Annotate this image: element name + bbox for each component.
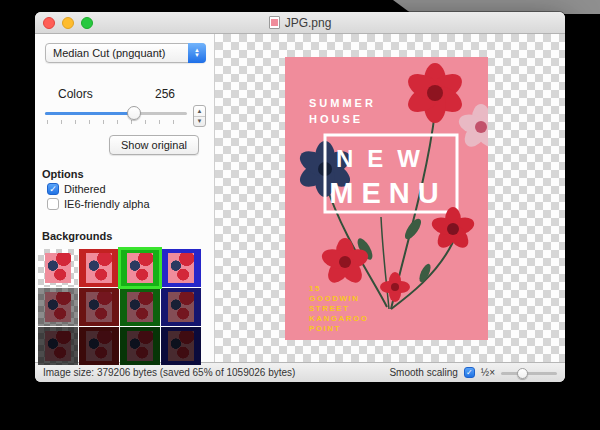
image-size-status: Image size: 379206 bytes (saved 65% of 1… (43, 367, 389, 378)
zoom-level-value: ½× (481, 367, 495, 378)
poster-address-line5: POINT (309, 324, 341, 333)
colors-slider-thumb[interactable] (127, 106, 141, 120)
popup-arrows-icon: ▲▼ (188, 43, 206, 63)
window-title: JPG.png (285, 16, 332, 30)
colors-value: 256 (155, 87, 175, 101)
document-icon (269, 16, 280, 29)
poster-heading-line1: SUMMER (309, 97, 376, 109)
background-swatch-r2c3[interactable] (120, 288, 160, 326)
colors-slider-fill (45, 112, 134, 115)
controls-sidebar: Median Cut (pngquant) ▲▼ Colors 256 (35, 34, 215, 362)
algorithm-selected-value: Median Cut (pngquant) (53, 47, 166, 59)
desktop: JPG.png Median Cut (pngquant) ▲▼ Colors … (0, 0, 600, 430)
colors-slider-ticks (47, 120, 185, 124)
show-original-button[interactable]: Show original (109, 135, 199, 155)
poster-thumbnail (127, 331, 153, 361)
background-swatch-r3c1[interactable] (38, 327, 78, 365)
poster-address-line4: KANGAROO (309, 314, 369, 323)
background-swatch-r3c4[interactable] (161, 327, 201, 365)
poster-thumbnail (168, 292, 194, 322)
close-button[interactable] (43, 17, 55, 29)
dithered-row[interactable]: ✓ Dithered (47, 183, 214, 195)
colors-label: Colors (58, 87, 93, 101)
backgrounds-grid (38, 249, 201, 365)
poster-thumbnail (86, 292, 112, 322)
ie6-checkbox[interactable] (47, 198, 59, 210)
stepper-up-icon[interactable]: ▲ (194, 106, 205, 117)
background-swatch-r3c3[interactable] (120, 327, 160, 365)
ie6-row[interactable]: IE6-friendly alpha (47, 198, 214, 210)
poster-address-line2: GOODWIN (309, 294, 360, 303)
poster-image: SUMMER HOUSE NEW MENU (285, 57, 488, 340)
poster-thumbnail (45, 331, 71, 361)
poster-menu-word2: MENU (329, 177, 446, 209)
options-label: Options (42, 168, 214, 180)
ie6-label: IE6-friendly alpha (64, 198, 150, 210)
background-swatch-r1c3[interactable] (120, 249, 160, 287)
poster-thumbnail (45, 292, 71, 322)
imagealpha-window: JPG.png Median Cut (pngquant) ▲▼ Colors … (35, 12, 565, 382)
background-swatch-r2c2[interactable] (79, 288, 119, 326)
algorithm-select[interactable]: Median Cut (pngquant) ▲▼ (45, 43, 206, 63)
minimize-button[interactable] (62, 17, 74, 29)
poster-thumbnail (86, 331, 112, 361)
colors-stepper[interactable]: ▲ ▼ (193, 105, 206, 127)
smooth-scaling-checkbox[interactable]: ✓ (464, 367, 475, 378)
stepper-down-icon[interactable]: ▼ (194, 117, 205, 127)
dithered-checkbox[interactable]: ✓ (47, 183, 59, 195)
poster-menu-word1: NEW (336, 145, 434, 172)
zoom-slider-track[interactable] (501, 372, 557, 375)
background-swatch-r2c1[interactable] (38, 288, 78, 326)
zoom-slider[interactable] (501, 366, 557, 380)
poster-thumbnail (168, 253, 194, 283)
poster-thumbnail (168, 331, 194, 361)
status-bar: Image size: 379206 bytes (saved 65% of 1… (35, 362, 565, 382)
preview-area[interactable]: SUMMER HOUSE NEW MENU (215, 34, 565, 362)
poster-thumbnail (127, 253, 153, 283)
smooth-scaling-label: Smooth scaling (389, 367, 457, 378)
dithered-label: Dithered (64, 183, 106, 195)
poster-thumbnail (45, 253, 71, 283)
poster-heading-line2: HOUSE (309, 113, 363, 125)
title-bar[interactable]: JPG.png (35, 12, 565, 34)
background-swatch-r3c2[interactable] (79, 327, 119, 365)
poster-address-line1: 15 (309, 284, 321, 293)
zoom-slider-thumb[interactable] (517, 368, 528, 379)
poster-thumbnail (127, 292, 153, 322)
poster-thumbnail (86, 253, 112, 283)
background-swatch-r1c2[interactable] (79, 249, 119, 287)
background-swatch-r1c4[interactable] (161, 249, 201, 287)
poster-address-line3: STREET (309, 304, 350, 313)
colors-slider[interactable] (45, 105, 187, 125)
background-swatch-r2c4[interactable] (161, 288, 201, 326)
backgrounds-label: Backgrounds (42, 230, 214, 242)
zoom-button[interactable] (81, 17, 93, 29)
background-swatch-r1c1[interactable] (38, 249, 78, 287)
